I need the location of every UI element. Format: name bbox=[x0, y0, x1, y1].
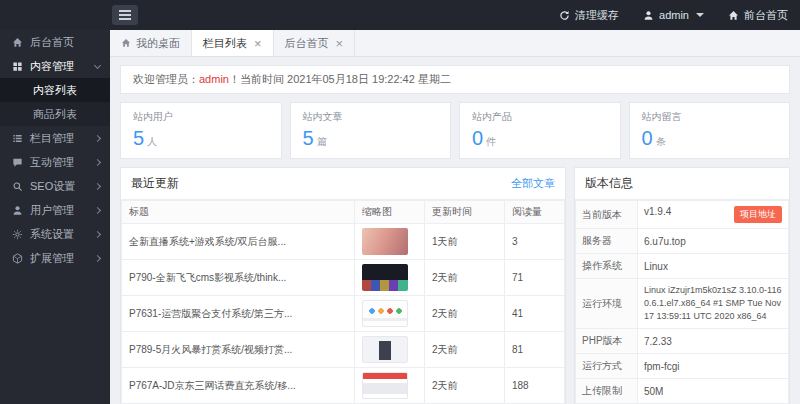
chevron-right-icon bbox=[94, 206, 101, 213]
sidebar-item-label: 内容列表 bbox=[33, 83, 77, 98]
frontend-home-label: 前台首页 bbox=[744, 8, 788, 23]
article-thumbnail bbox=[362, 336, 408, 363]
user-menu[interactable]: admin bbox=[631, 0, 716, 30]
sidebar-item-label: 互动管理 bbox=[30, 155, 74, 170]
stat-card-messages: 站内留言 0条 bbox=[629, 102, 791, 159]
topbar: 清理缓存 admin 前台首页 bbox=[0, 0, 800, 30]
user-icon bbox=[12, 205, 23, 216]
sidebar-item-label: 系统设置 bbox=[30, 227, 74, 242]
clear-cache-button[interactable]: 清理缓存 bbox=[547, 0, 631, 30]
stat-unit: 件 bbox=[486, 135, 496, 149]
column-header-title: 标题 bbox=[122, 201, 355, 224]
sidebar-item-users[interactable]: 用户管理 bbox=[0, 198, 110, 222]
article-time: 2天前 bbox=[425, 296, 505, 332]
welcome-suffix: ！当前时间 2021年05月18日 19:22:42 星期二 bbox=[229, 73, 451, 85]
username-label: admin bbox=[659, 9, 689, 21]
welcome-bar: 欢迎管理员：admin！当前时间 2021年05月18日 19:22:42 星期… bbox=[120, 65, 790, 94]
sidebar-item-label: 后台首页 bbox=[30, 35, 74, 50]
right-column: 版本信息 当前版本 项目地址 v1.9.4 bbox=[574, 167, 790, 404]
table-row: P7631-运营版聚合支付系统/第三方... 2天前 41 bbox=[122, 296, 565, 332]
table-row: 全新直播系统+游戏系统/双后台服... 1天前 3 bbox=[122, 224, 565, 260]
stat-unit: 条 bbox=[656, 135, 666, 149]
tab-backend-home[interactable]: 后台首页 × bbox=[274, 30, 356, 56]
article-views: 81 bbox=[505, 332, 565, 368]
version-row-label: PHP版本 bbox=[576, 329, 638, 354]
sidebar-item-goods-list[interactable]: 商品列表 bbox=[0, 102, 110, 126]
home-icon bbox=[121, 38, 131, 48]
version-row-label: 操作系统 bbox=[576, 254, 638, 279]
user-icon bbox=[643, 10, 654, 21]
recent-updates-table: 标题 缩略图 更新时间 阅读量 全新直播系统+游戏系统/双后台服... 1天前 … bbox=[121, 200, 565, 404]
version-row: 当前版本 项目地址 v1.9.4 bbox=[576, 201, 789, 229]
sidebar-item-interaction[interactable]: 互动管理 bbox=[0, 150, 110, 174]
stat-value: 5 bbox=[303, 127, 314, 150]
stat-label: 站内用户 bbox=[133, 110, 269, 124]
welcome-username: admin bbox=[199, 73, 229, 85]
version-row-label: 服务器 bbox=[576, 229, 638, 254]
version-row: 上传限制 50M bbox=[576, 379, 789, 404]
version-info-panel: 版本信息 当前版本 项目地址 v1.9.4 bbox=[574, 167, 790, 404]
search-icon bbox=[12, 181, 23, 192]
sidebar-item-label: 商品列表 bbox=[33, 107, 77, 122]
sidebar-item-dashboard[interactable]: 后台首页 bbox=[0, 30, 110, 54]
project-link-badge[interactable]: 项目地址 bbox=[734, 206, 782, 223]
table-row: P789-5月火风暴打赏系统/视频打赏... 2天前 81 bbox=[122, 332, 565, 368]
sidebar-item-system[interactable]: 系统设置 bbox=[0, 222, 110, 246]
article-time: 2天前 bbox=[425, 332, 505, 368]
close-icon[interactable]: × bbox=[336, 37, 344, 50]
stats-row: 站内用户 5人 站内文章 5篇 站内产品 0件 站内留言 0条 bbox=[120, 102, 790, 159]
sidebar-item-extensions[interactable]: 扩展管理 bbox=[0, 246, 110, 270]
version-row: 操作系统 Linux bbox=[576, 254, 789, 279]
panel-title: 最近更新 bbox=[131, 175, 179, 192]
article-title-link[interactable]: 全新直播系统+游戏系统/双后台服... bbox=[129, 236, 286, 247]
all-articles-link[interactable]: 全部文章 bbox=[511, 176, 555, 191]
topbar-right: 清理缓存 admin 前台首页 bbox=[547, 0, 800, 30]
panel-title: 版本信息 bbox=[585, 175, 633, 192]
sidebar: 后台首页 内容管理 内容列表 商品列表 栏目管理 互动管理 SEO设置 用户管理… bbox=[0, 30, 110, 404]
column-header-views: 阅读量 bbox=[505, 201, 565, 224]
article-title-link[interactable]: P7631-运营版聚合支付系统/第三方... bbox=[129, 308, 292, 319]
tab-desktop[interactable]: 我的桌面 bbox=[110, 30, 192, 56]
chevron-down-icon bbox=[696, 13, 704, 17]
version-row-value: fpm-fcgi bbox=[638, 354, 789, 379]
stat-value: 0 bbox=[472, 127, 483, 150]
table-row: P790-全新飞飞cms影视系统/think... 2天前 71 bbox=[122, 260, 565, 296]
refresh-icon bbox=[559, 10, 570, 21]
version-row: 运行方式 fpm-fcgi bbox=[576, 354, 789, 379]
stat-card-articles: 站内文章 5篇 bbox=[290, 102, 452, 159]
stat-unit: 篇 bbox=[317, 135, 327, 149]
home-icon bbox=[12, 37, 23, 48]
version-row-label: 当前版本 bbox=[576, 201, 638, 229]
stat-value: 0 bbox=[642, 127, 653, 150]
article-title-link[interactable]: P767A-JD京东三网话费直充系统/移... bbox=[129, 380, 296, 391]
chevron-right-icon bbox=[94, 182, 101, 189]
sidebar-item-content-list[interactable]: 内容列表 bbox=[0, 78, 110, 102]
article-views: 3 bbox=[505, 224, 565, 260]
close-icon[interactable]: × bbox=[254, 37, 262, 50]
stat-label: 站内留言 bbox=[642, 110, 778, 124]
version-row-label: 运行环境 bbox=[576, 279, 638, 329]
sidebar-item-columns[interactable]: 栏目管理 bbox=[0, 126, 110, 150]
tabbar: 我的桌面 栏目列表 × 后台首页 × bbox=[110, 30, 800, 57]
frontend-home-button[interactable]: 前台首页 bbox=[716, 0, 800, 30]
sidebar-item-label: SEO设置 bbox=[30, 179, 75, 194]
version-row-value: 50M bbox=[638, 379, 789, 404]
chevron-down-icon bbox=[94, 61, 101, 68]
sidebar-item-seo[interactable]: SEO设置 bbox=[0, 174, 110, 198]
hamburger-menu-icon[interactable] bbox=[112, 5, 138, 25]
article-time: 2天前 bbox=[425, 368, 505, 404]
tab-column-list[interactable]: 栏目列表 × bbox=[192, 30, 274, 56]
recent-updates-panel: 最近更新 全部文章 标题 缩略图 更新时间 阅读量 全新直播 bbox=[120, 167, 566, 404]
stat-unit: 人 bbox=[147, 135, 157, 149]
grid-icon bbox=[12, 61, 23, 72]
chevron-right-icon bbox=[94, 230, 101, 237]
chat-icon bbox=[12, 157, 23, 168]
article-title-link[interactable]: P789-5月火风暴打赏系统/视频打赏... bbox=[129, 344, 292, 355]
sidebar-item-content[interactable]: 内容管理 bbox=[0, 54, 110, 78]
stat-card-users: 站内用户 5人 bbox=[120, 102, 282, 159]
article-title-link[interactable]: P790-全新飞飞cms影视系统/think... bbox=[129, 272, 286, 283]
article-time: 1天前 bbox=[425, 224, 505, 260]
article-thumbnail bbox=[362, 264, 408, 291]
version-row: 运行环境 Linux iZzujr1m5k0z1sZ 3.10.0-1160.6… bbox=[576, 279, 789, 329]
chevron-right-icon bbox=[94, 254, 101, 261]
